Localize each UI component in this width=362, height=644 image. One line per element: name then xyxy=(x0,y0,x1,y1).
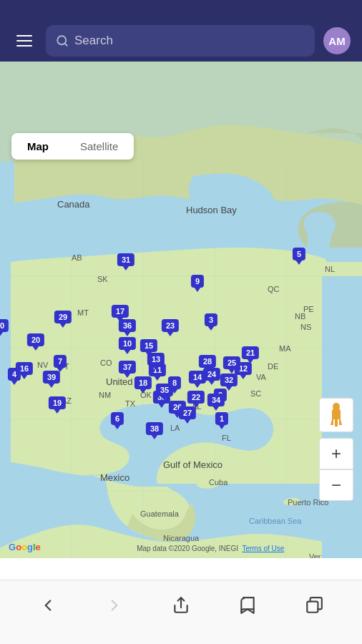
svg-line-1 xyxy=(64,43,67,45)
bookmarks-icon xyxy=(238,596,257,615)
map-marker-9[interactable]: 9 xyxy=(191,275,204,288)
map-marker-1[interactable]: 1 xyxy=(215,412,228,425)
zoom-out-button[interactable]: − xyxy=(319,469,353,501)
map-marker-31[interactable]: 31 xyxy=(117,253,134,266)
share-button[interactable] xyxy=(163,590,199,621)
google-brand: Google xyxy=(9,542,41,552)
forward-button[interactable] xyxy=(97,590,132,621)
map-marker-28[interactable]: 28 xyxy=(199,355,216,368)
map-marker-23[interactable]: 23 xyxy=(162,319,179,332)
search-placeholder: Search xyxy=(74,34,113,48)
map-marker-35[interactable]: 35 xyxy=(156,384,173,396)
map-marker-27[interactable]: 27 xyxy=(179,406,196,419)
map-marker-30[interactable]: 30 xyxy=(0,319,9,332)
menu-line-3 xyxy=(16,45,32,47)
tabs-icon xyxy=(305,596,323,615)
search-bar[interactable]: Search xyxy=(46,25,315,57)
search-icon xyxy=(56,34,69,47)
map-marker-29[interactable]: 29 xyxy=(54,311,72,323)
header: Search AM xyxy=(0,0,362,62)
map-marker-37[interactable]: 37 xyxy=(119,361,136,374)
map-tab[interactable]: Map xyxy=(11,133,64,160)
map-marker-7[interactable]: 7 xyxy=(54,355,67,368)
map-marker-38[interactable]: 38 xyxy=(146,422,163,435)
map-marker-10[interactable]: 10 xyxy=(119,337,136,350)
map-satellite-toggle: Map Satellite xyxy=(11,133,134,160)
menu-line-1 xyxy=(16,35,32,36)
bookmarks-button[interactable] xyxy=(230,590,265,621)
map-marker-36[interactable]: 36 xyxy=(119,319,136,332)
back-button[interactable] xyxy=(30,590,66,621)
map-marker-34[interactable]: 34 xyxy=(207,394,225,406)
tabs-button[interactable] xyxy=(296,590,332,621)
map-marker-3[interactable]: 3 xyxy=(205,313,217,326)
map-marker-17[interactable]: 17 xyxy=(112,305,129,318)
map-marker-6[interactable]: 6 xyxy=(111,412,124,425)
zoom-in-button[interactable]: + xyxy=(319,438,353,469)
map-marker-22[interactable]: 22 xyxy=(187,391,205,404)
map-container: Map Satellite CanadaHudson BayABSKMTQCNB… xyxy=(0,62,362,558)
map-marker-39[interactable]: 39 xyxy=(43,371,60,384)
map-marker-5[interactable]: 5 xyxy=(293,248,305,260)
satellite-tab[interactable]: Satellite xyxy=(64,133,134,160)
svg-rect-16 xyxy=(308,601,318,612)
bottom-toolbar xyxy=(0,580,362,644)
avatar[interactable]: AM xyxy=(323,27,351,54)
forward-icon xyxy=(105,596,124,615)
menu-line-2 xyxy=(16,40,32,42)
terms-link[interactable]: Terms of Use xyxy=(242,545,284,552)
map-marker-18[interactable]: 18 xyxy=(134,376,152,389)
map-marker-32[interactable]: 32 xyxy=(220,374,238,386)
map-marker-25[interactable]: 25 xyxy=(223,356,240,369)
menu-button[interactable] xyxy=(11,28,37,54)
map-marker-20[interactable]: 20 xyxy=(27,333,44,346)
back-icon xyxy=(39,596,57,615)
map-marker-15[interactable]: 15 xyxy=(140,339,157,352)
map-marker-16[interactable]: 16 xyxy=(16,362,33,375)
pegman-icon xyxy=(326,402,346,428)
street-view-button[interactable] xyxy=(319,398,353,432)
map-credit: Map data ©2020 Google, INEGI Terms of Us… xyxy=(137,545,284,552)
map-controls: + − xyxy=(319,398,353,501)
share-icon xyxy=(172,596,190,615)
map-marker-21[interactable]: 21 xyxy=(242,346,259,359)
map-marker-19[interactable]: 19 xyxy=(49,396,66,409)
